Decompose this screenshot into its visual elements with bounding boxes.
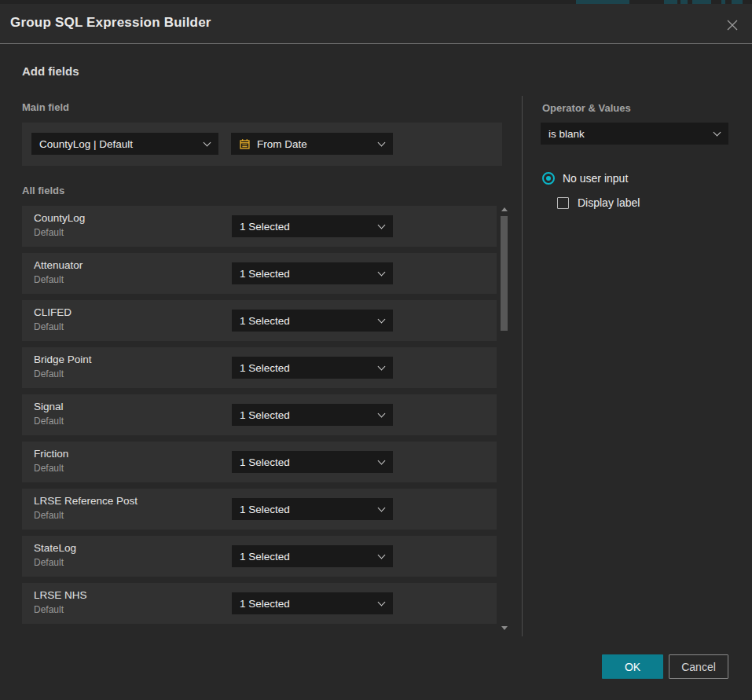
field-selected-dropdown[interactable]: 1 Selected <box>232 404 393 426</box>
field-selected-dropdown-label: 1 Selected <box>240 504 290 515</box>
field-row: LRSE Reference Post Default 1 Selected <box>22 489 497 530</box>
main-field-source-value: CountyLog | Default <box>39 138 133 150</box>
field-subtitle: Default <box>34 227 64 238</box>
chevron-down-icon <box>378 599 386 607</box>
cancel-button[interactable]: Cancel <box>669 654 728 679</box>
cancel-button-label: Cancel <box>681 661 716 673</box>
field-row: CLIFED Default 1 Selected <box>22 300 497 341</box>
field-selected-dropdown-label: 1 Selected <box>240 456 290 468</box>
main-field-source-select[interactable]: CountyLog | Default <box>31 133 218 155</box>
operator-select[interactable]: is blank <box>541 123 728 145</box>
operator-values-heading: Operator & Values <box>542 102 631 114</box>
field-row: Signal Default 1 Selected <box>22 394 497 435</box>
field-subtitle: Default <box>34 274 64 285</box>
field-subtitle: Default <box>34 321 64 332</box>
field-selected-dropdown-label: 1 Selected <box>240 409 290 421</box>
screen: Group SQL Expression Builder Add fields … <box>0 0 752 700</box>
scroll-down-arrow-icon[interactable] <box>501 626 508 630</box>
field-selected-dropdown[interactable]: 1 Selected <box>232 451 393 473</box>
dialog-title: Group SQL Expression Builder <box>10 15 211 31</box>
display-label-option[interactable]: Display label <box>557 196 640 209</box>
field-name: StateLog <box>34 542 76 554</box>
fields-scrollbar[interactable] <box>500 206 510 632</box>
field-selected-dropdown[interactable]: 1 Selected <box>232 498 393 520</box>
field-selected-dropdown[interactable]: 1 Selected <box>232 262 393 284</box>
field-selected-dropdown[interactable]: 1 Selected <box>232 215 393 237</box>
calendar-date-icon <box>239 138 251 150</box>
field-row: Friction Default 1 Selected <box>22 442 497 482</box>
field-selected-dropdown[interactable]: 1 Selected <box>232 545 393 567</box>
field-row: StateLog Default 1 Selected <box>22 536 497 577</box>
close-icon <box>726 19 739 31</box>
chevron-down-icon <box>378 410 386 418</box>
main-field-field-value: From Date <box>257 138 307 150</box>
field-name: CLIFED <box>34 306 72 318</box>
main-field-field-select[interactable]: From Date <box>231 133 393 155</box>
chevron-down-icon <box>378 552 386 559</box>
field-subtitle: Default <box>34 510 64 521</box>
no-user-input-option[interactable]: No user input <box>542 172 628 185</box>
all-fields-list: CountyLog Default 1 Selected Attenuator … <box>22 206 497 630</box>
field-selected-dropdown[interactable]: 1 Selected <box>232 310 393 332</box>
field-selected-dropdown-label: 1 Selected <box>240 268 290 280</box>
display-label-checkbox[interactable] <box>557 197 569 209</box>
panel-divider <box>522 96 523 636</box>
chevron-down-icon <box>713 129 721 137</box>
field-subtitle: Default <box>34 416 64 427</box>
no-user-input-label: No user input <box>563 172 628 185</box>
field-selected-dropdown-label: 1 Selected <box>240 362 290 374</box>
field-selected-dropdown-label: 1 Selected <box>240 551 290 563</box>
ok-button[interactable]: OK <box>602 654 663 679</box>
field-subtitle: Default <box>34 368 64 379</box>
group-sql-expression-builder-dialog: Group SQL Expression Builder Add fields … <box>0 4 752 700</box>
chevron-down-icon <box>378 269 386 277</box>
close-button[interactable] <box>724 16 741 34</box>
field-name: CountyLog <box>34 212 85 224</box>
field-row: LRSE NHS Default 1 Selected <box>22 583 497 624</box>
field-name: Signal <box>34 401 64 412</box>
field-row: Bridge Point Default 1 Selected <box>22 347 497 388</box>
field-row: CountyLog Default 1 Selected <box>22 206 497 247</box>
ok-button-label: OK <box>625 661 640 673</box>
field-name: LRSE Reference Post <box>34 495 138 507</box>
scrollbar-thumb[interactable] <box>501 216 508 331</box>
field-name: Friction <box>34 448 68 460</box>
field-subtitle: Default <box>34 557 64 568</box>
field-name: LRSE NHS <box>34 589 87 601</box>
chevron-down-icon <box>378 363 386 371</box>
all-fields-label: All fields <box>22 185 64 196</box>
field-subtitle: Default <box>34 463 64 474</box>
field-subtitle: Default <box>34 604 64 615</box>
field-selected-dropdown-label: 1 Selected <box>240 598 290 610</box>
field-selected-dropdown[interactable]: 1 Selected <box>232 357 393 379</box>
chevron-down-icon <box>378 504 386 512</box>
chevron-down-icon <box>378 222 386 229</box>
display-label-label: Display label <box>578 196 640 209</box>
main-field-panel: CountyLog | Default From Date <box>22 123 502 166</box>
main-field-label: Main field <box>22 101 69 113</box>
field-row: Attenuator Default 1 Selected <box>22 253 497 294</box>
no-user-input-radio[interactable] <box>542 172 555 185</box>
chevron-down-icon <box>378 457 386 465</box>
field-selected-dropdown[interactable]: 1 Selected <box>232 592 393 614</box>
chevron-down-icon <box>378 316 386 324</box>
chevron-down-icon <box>378 139 386 147</box>
field-name: Bridge Point <box>34 354 92 365</box>
chevron-down-icon <box>204 139 211 147</box>
dialog-header: Group SQL Expression Builder <box>0 4 752 44</box>
field-name: Attenuator <box>34 259 83 271</box>
field-selected-dropdown-label: 1 Selected <box>240 315 290 327</box>
field-selected-dropdown-label: 1 Selected <box>240 221 290 233</box>
scroll-up-arrow-icon[interactable] <box>501 207 508 211</box>
operator-value: is blank <box>548 128 585 140</box>
add-fields-heading: Add fields <box>22 64 79 78</box>
